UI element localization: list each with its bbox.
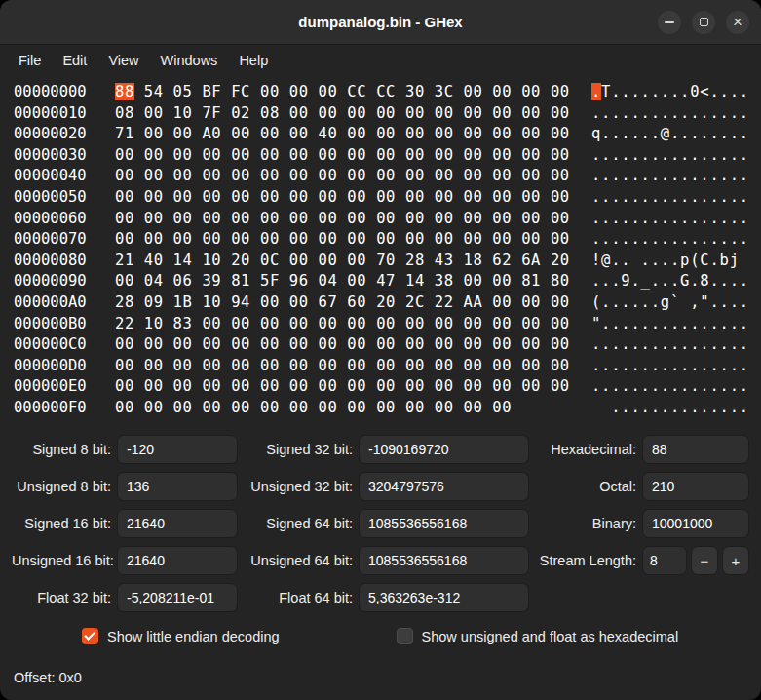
unsigned-8-value[interactable] xyxy=(117,472,238,501)
hex-row: 0000009000 04 06 39 81 5F 96 04 00 47 14… xyxy=(14,271,749,292)
unsigned-float-hex-option[interactable]: Show unsigned and float as hexadecimal xyxy=(397,628,679,644)
stream-length-increase-button[interactable]: + xyxy=(722,546,749,575)
hex-ascii[interactable]: (......g` ,".... xyxy=(591,292,749,314)
hex-bytes[interactable]: 88 54 05 BF FC 00 00 00 CC CC 30 3C 00 0… xyxy=(115,82,570,103)
hex-bytes[interactable]: 00 00 00 00 00 00 00 00 00 00 00 00 00 0… xyxy=(115,187,570,209)
stream-length-value[interactable] xyxy=(642,546,687,575)
hex-bytes[interactable]: 00 00 00 00 00 00 00 00 00 00 00 00 00 0… xyxy=(115,209,570,230)
unsigned-16-label: Unsigned 16 bit: xyxy=(12,553,111,568)
signed-16-label: Signed 16 bit: xyxy=(12,516,111,531)
checkbox-checked-icon[interactable] xyxy=(82,628,98,644)
float-32-value[interactable] xyxy=(117,583,238,612)
octal-value[interactable] xyxy=(642,472,749,501)
hex-ascii[interactable]: ................ xyxy=(591,376,749,398)
menu-help[interactable]: Help xyxy=(228,49,279,72)
float-64-value[interactable] xyxy=(359,583,529,612)
unsigned-32-label: Unsigned 32 bit: xyxy=(244,479,353,494)
hex-ascii[interactable]: ................ xyxy=(591,145,749,167)
hex-ascii[interactable]: ...9._...G.8.... xyxy=(591,271,749,292)
unsigned-32-value[interactable] xyxy=(359,472,529,501)
hex-offset: 000000B0 xyxy=(14,314,108,335)
hexadecimal-value[interactable] xyxy=(642,435,749,464)
hex-offset: 00000020 xyxy=(14,124,108,145)
hex-ascii[interactable]: ................ xyxy=(591,187,749,209)
stream-length-decrease-button[interactable]: − xyxy=(691,546,718,575)
little-endian-option[interactable]: Show little endian decoding xyxy=(82,628,280,644)
hex-offset: 00000080 xyxy=(14,251,108,272)
hex-bytes[interactable]: 22 10 83 00 00 00 00 00 00 00 00 00 00 0… xyxy=(115,314,570,335)
hex-bytes[interactable]: 71 00 00 A0 00 00 00 40 00 00 00 00 00 0… xyxy=(115,124,570,145)
hex-offset: 00000010 xyxy=(14,103,108,125)
hex-bytes[interactable]: 28 09 1B 10 94 00 00 67 60 20 2C 22 AA 0… xyxy=(115,292,570,314)
hex-ascii[interactable]: q......@........ xyxy=(591,124,749,145)
signed-8-label: Signed 8 bit: xyxy=(12,442,111,457)
conversions-panel: Signed 8 bit: Signed 32 bit: Hexadecimal… xyxy=(0,435,761,612)
hex-row: 0000005000 00 00 00 00 00 00 00 00 00 00… xyxy=(14,187,749,209)
hex-ascii[interactable]: !@.. ....p(C.bj xyxy=(591,251,749,272)
unsigned-64-label: Unsigned 64 bit: xyxy=(244,553,353,568)
options-row: Show little endian decoding Show unsigne… xyxy=(82,628,749,644)
hex-offset: 00000090 xyxy=(14,271,108,292)
hex-offset: 000000D0 xyxy=(14,356,108,377)
menu-file[interactable]: File xyxy=(8,49,52,72)
minimize-icon xyxy=(665,21,674,23)
hex-bytes[interactable]: 00 00 00 00 00 00 00 00 00 00 00 00 00 0… xyxy=(115,334,570,356)
menu-edit[interactable]: Edit xyxy=(52,49,97,72)
hex-bytes[interactable]: 00 00 00 00 00 00 00 00 00 00 00 00 00 0… xyxy=(115,145,570,167)
hex-row: 0000006000 00 00 00 00 00 00 00 00 00 00… xyxy=(14,209,749,230)
hex-offset: 00000070 xyxy=(14,229,108,251)
binary-value[interactable] xyxy=(642,509,749,538)
hex-ascii[interactable]: ................ xyxy=(591,166,749,187)
hex-row: 0000000088 54 05 BF FC 00 00 00 CC CC 30… xyxy=(14,82,749,103)
hex-ascii[interactable]: .............. xyxy=(611,398,749,419)
menu-windows[interactable]: Windows xyxy=(150,49,229,72)
signed-64-value[interactable] xyxy=(359,509,529,538)
close-button[interactable]: × xyxy=(726,11,749,34)
hex-bytes[interactable]: 00 00 00 00 00 00 00 00 00 00 00 00 00 0… xyxy=(115,398,512,419)
stream-length-spinner: − + xyxy=(642,546,749,575)
hex-bytes[interactable]: 00 00 00 00 00 00 00 00 00 00 00 00 00 0… xyxy=(115,229,570,251)
unsigned-16-value[interactable] xyxy=(117,546,238,575)
hex-ascii[interactable]: ................ xyxy=(591,229,749,251)
hex-offset: 000000F0 xyxy=(14,398,108,419)
hex-bytes[interactable]: 21 40 14 10 20 0C 00 00 00 70 28 43 18 6… xyxy=(115,251,570,272)
little-endian-label: Show little endian decoding xyxy=(107,629,280,644)
float-64-label: Float 64 bit: xyxy=(244,590,353,605)
hex-view[interactable]: 0000000088 54 05 BF FC 00 00 00 CC CC 30… xyxy=(0,76,761,419)
maximize-button[interactable] xyxy=(692,11,715,34)
menu-view[interactable]: View xyxy=(97,49,149,72)
signed-32-value[interactable] xyxy=(359,435,529,464)
hex-row: 0000003000 00 00 00 00 00 00 00 00 00 00… xyxy=(14,145,749,167)
unsigned-float-hex-label: Show unsigned and float as hexadecimal xyxy=(422,629,679,644)
hex-cursor: 88 xyxy=(115,83,134,100)
unsigned-64-value[interactable] xyxy=(359,546,529,575)
hex-ascii[interactable]: ................ xyxy=(591,103,749,125)
stream-length-label: Stream Length: xyxy=(535,553,636,568)
binary-label: Binary: xyxy=(535,516,636,531)
statusbar: Offset: 0x0 xyxy=(0,659,761,700)
hex-ascii[interactable]: "............... xyxy=(591,314,749,335)
hex-bytes[interactable]: 08 00 10 7F 02 08 00 00 00 00 00 00 00 0… xyxy=(115,103,570,125)
checkbox-unchecked-icon[interactable] xyxy=(397,628,413,644)
titlebar[interactable]: dumpanalog.bin - GHex × xyxy=(0,0,761,45)
hex-bytes[interactable]: 00 00 00 00 00 00 00 00 00 00 00 00 00 0… xyxy=(115,166,570,187)
hex-bytes[interactable]: 00 00 00 00 00 00 00 00 00 00 00 00 00 0… xyxy=(115,376,570,398)
float-32-label: Float 32 bit: xyxy=(12,590,111,605)
hex-bytes[interactable]: 00 00 00 00 00 00 00 00 00 00 00 00 00 0… xyxy=(115,356,570,377)
hex-ascii[interactable]: ................ xyxy=(591,334,749,356)
hex-offset: 000000E0 xyxy=(14,376,108,398)
hex-row: 0000001008 00 10 7F 02 08 00 00 00 00 00… xyxy=(14,103,749,125)
ascii-cursor: . xyxy=(591,83,601,100)
hex-ascii[interactable]: ................ xyxy=(591,356,749,377)
offset-status: Offset: 0x0 xyxy=(14,670,82,685)
hex-bytes[interactable]: 00 04 06 39 81 5F 96 04 00 47 14 38 00 0… xyxy=(115,271,570,292)
hex-row: 000000B022 10 83 00 00 00 00 00 00 00 00… xyxy=(14,314,749,335)
minimize-button[interactable] xyxy=(658,11,681,34)
hexadecimal-label: Hexadecimal: xyxy=(535,442,636,457)
hex-row: 000000E000 00 00 00 00 00 00 00 00 00 00… xyxy=(14,376,749,398)
signed-16-value[interactable] xyxy=(117,509,238,538)
hex-ascii[interactable]: ................ xyxy=(591,209,749,230)
hex-ascii[interactable]: .T........0<.... xyxy=(591,82,749,103)
hex-row: 000000F000 00 00 00 00 00 00 00 00 00 00… xyxy=(14,398,749,419)
signed-8-value[interactable] xyxy=(117,435,238,464)
